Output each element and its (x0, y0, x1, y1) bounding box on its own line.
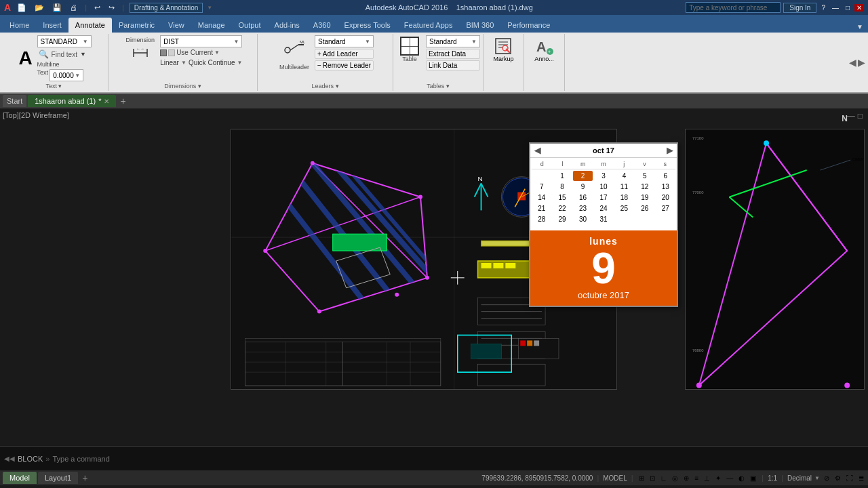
cal-day-5[interactable]: 5 (635, 171, 654, 181)
cal-day-29[interactable]: 29 (552, 214, 572, 224)
use-current-label[interactable]: Use Current (176, 49, 213, 56)
open-btn[interactable]: 📂 (33, 3, 46, 13)
trans-icon[interactable]: ◐ (737, 474, 746, 482)
cal-day-empty1[interactable] (532, 171, 551, 181)
cal-day-15[interactable]: 15 (552, 192, 572, 203)
workspace-dropdown[interactable]: Drafting & Annotation (130, 3, 203, 13)
continue-btn[interactable]: Continue (208, 59, 235, 66)
plot-btn[interactable]: 🖨 (68, 3, 79, 12)
cal-day-19[interactable]: 19 (635, 192, 654, 203)
linear-btn[interactable]: Linear (160, 59, 179, 66)
workspace-arrow[interactable]: ▼ (207, 5, 212, 11)
model-tab[interactable]: Model (3, 472, 37, 484)
new-tab-btn[interactable]: + (117, 96, 128, 106)
remove-leader-btn[interactable]: − Remove Leader (315, 60, 374, 70)
tab-home[interactable]: Home (3, 18, 36, 33)
multileader-btn[interactable]: ML Multileader (277, 35, 312, 72)
otrack-icon[interactable]: ≡ (693, 474, 700, 482)
tab-featured[interactable]: Featured Apps (397, 18, 460, 33)
close-btn[interactable]: ✕ (854, 4, 864, 12)
dyn-icon[interactable]: ✦ (714, 474, 722, 482)
cal-day-21[interactable]: 21 (532, 203, 551, 214)
cal-day-28[interactable]: 28 (532, 214, 551, 224)
cal-next-btn[interactable]: ▶ (667, 146, 673, 155)
expand-left-btn[interactable]: ◀ (849, 57, 856, 68)
text-style-dropdown[interactable]: STANDARD ▼ (37, 35, 92, 47)
new-layout-btn[interactable]: + (79, 472, 90, 483)
vp-minimize-btn[interactable]: — (847, 111, 855, 121)
undo-btn[interactable]: ↩ (92, 3, 102, 13)
search-input[interactable] (686, 2, 781, 13)
find-arrow[interactable]: ▼ (79, 50, 87, 58)
cmd-input[interactable] (52, 455, 864, 463)
units-arrow[interactable]: ▼ (814, 475, 820, 481)
new-file-btn[interactable]: 📄 (15, 3, 28, 13)
tab-output[interactable]: Output (232, 18, 268, 33)
hardware-icon[interactable]: ⚙ (833, 474, 842, 482)
tab-insert[interactable]: Insert (36, 18, 68, 33)
scale-display[interactable]: 1:1 (768, 474, 777, 482)
snap-icon[interactable]: ⊡ (648, 474, 656, 482)
tab-manage[interactable]: Manage (191, 18, 232, 33)
fullscreen-icon[interactable]: ⛶ (845, 474, 854, 482)
sign-in-btn[interactable]: Sign In (783, 3, 816, 13)
cal-day-9[interactable]: 9 (573, 182, 593, 192)
redo-btn[interactable]: ↪ (106, 3, 117, 13)
text-big-btn[interactable]: A (16, 47, 34, 69)
tab-addins[interactable]: Add-ins (268, 18, 307, 33)
doc-tab-close-btn[interactable]: ✕ (104, 98, 109, 105)
grid-icon[interactable]: ⊞ (637, 474, 646, 482)
active-doc-tab[interactable]: 1shaaron abad (1) * ✕ (28, 95, 116, 107)
cal-day-26[interactable]: 26 (635, 203, 654, 214)
cal-day-13[interactable]: 13 (656, 182, 675, 192)
save-btn[interactable]: 💾 (50, 3, 64, 13)
markup-btn[interactable]: Markup (490, 35, 516, 64)
cal-day-18[interactable]: 18 (614, 192, 634, 203)
cal-day-12[interactable]: 12 (635, 182, 654, 192)
cal-day-31[interactable]: 31 (593, 214, 613, 224)
cal-day-17[interactable]: 17 (593, 192, 613, 203)
minimize-btn[interactable]: — (830, 4, 841, 12)
polar-icon[interactable]: ◎ (671, 474, 679, 482)
help-btn[interactable]: ? (819, 4, 827, 12)
cal-day-2-today[interactable]: 2 (573, 171, 593, 181)
cal-day-8[interactable]: 8 (552, 182, 572, 192)
vp-restore-btn[interactable]: □ (858, 111, 863, 121)
cal-day-30[interactable]: 30 (573, 214, 593, 224)
layout1-tab[interactable]: Layout1 (38, 472, 78, 484)
cal-day-10[interactable]: 10 (593, 182, 613, 192)
osnap-icon[interactable]: ⊕ (682, 474, 690, 482)
units-dropdown[interactable]: Decimal (787, 474, 812, 482)
use-current-arrow[interactable]: ▼ (214, 49, 220, 56)
dimension-btn[interactable]: Dimension ←→ (123, 35, 158, 64)
anno-btn[interactable]: A + Anno... (532, 35, 557, 64)
continue-arrow[interactable]: ▼ (237, 60, 242, 66)
iso-icon[interactable]: ⊘ (823, 474, 831, 482)
ml-style-dropdown[interactable]: Standard ▼ (315, 35, 374, 47)
link-data-btn[interactable]: Link Data (426, 60, 480, 70)
cal-prev-btn[interactable]: ◀ (534, 146, 540, 155)
find-icon[interactable]: 🔍 (37, 49, 50, 60)
height-dropdown[interactable]: 0.0000 ▼ (50, 69, 83, 81)
customize-icon[interactable]: ≣ (857, 474, 865, 482)
table-style-dropdown[interactable]: Standard ▼ (426, 35, 480, 47)
cal-day-7[interactable]: 7 (532, 182, 551, 192)
cal-day-20[interactable]: 20 (656, 192, 675, 203)
model-label[interactable]: MODEL (603, 474, 627, 482)
cal-day-25[interactable]: 25 (614, 203, 634, 214)
cal-day-11[interactable]: 11 (614, 182, 634, 192)
extract-data-btn[interactable]: Extract Data (426, 49, 480, 59)
maximize-btn[interactable]: □ (844, 4, 852, 12)
ortho-icon[interactable]: ∟ (659, 474, 669, 482)
add-leader-btn[interactable]: + Add Leader (315, 49, 374, 59)
tab-performance[interactable]: Performance (500, 18, 557, 33)
lw-icon[interactable]: — (725, 474, 734, 482)
start-tab[interactable]: Start (3, 95, 26, 107)
quick-btn[interactable]: Quick (189, 59, 206, 66)
linear-arrow[interactable]: ▼ (181, 60, 186, 66)
dim-style-dropdown[interactable]: DIST ▼ (160, 35, 242, 47)
ducs-icon[interactable]: ⊥ (703, 474, 711, 482)
tab-express[interactable]: Express Tools (338, 18, 397, 33)
cal-day-27[interactable]: 27 (656, 203, 675, 214)
cal-day-16[interactable]: 16 (573, 192, 593, 203)
